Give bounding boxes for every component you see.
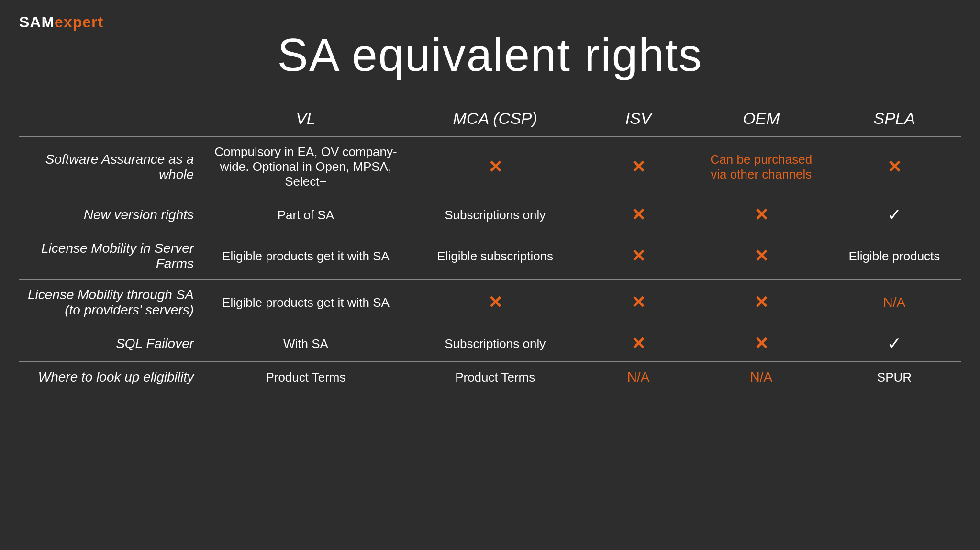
cell-5-spla: SPUR xyxy=(828,362,961,393)
row-label-2: License Mobility in Server Farms xyxy=(19,233,203,280)
x-icon: ✕ xyxy=(631,246,646,266)
cell-1-mca: Subscriptions only xyxy=(408,197,582,233)
logo: SAMexpert xyxy=(19,13,103,31)
x-icon: ✕ xyxy=(488,292,502,312)
cell-3-mca: ✕ xyxy=(408,280,582,326)
cell-0-mca: ✕ xyxy=(408,137,582,197)
row-label-1: New version rights xyxy=(19,197,203,233)
cell-4-mca: Subscriptions only xyxy=(408,326,582,362)
header-oem: OEM xyxy=(695,101,828,137)
cell-2-vl: Eligible products get it with SA xyxy=(203,233,408,280)
header-vl: VL xyxy=(203,101,408,137)
cell-0-oem: Can be purchased via other channels xyxy=(695,137,828,197)
row-label-4: SQL Failover xyxy=(19,326,203,362)
cell-3-oem: ✕ xyxy=(695,280,828,326)
logo-sam: SAM xyxy=(19,13,55,31)
x-icon: ✕ xyxy=(887,157,902,177)
cell-4-isv: ✕ xyxy=(582,326,695,362)
cell-4-vl: With SA xyxy=(203,326,408,362)
na-label: N/A xyxy=(627,370,650,384)
cell-0-spla: ✕ xyxy=(828,137,961,197)
cell-2-isv: ✕ xyxy=(582,233,695,280)
na-label: N/A xyxy=(750,370,773,384)
x-icon: ✕ xyxy=(754,292,768,312)
table-row: New version rightsPart of SASubscription… xyxy=(19,197,961,233)
table-container: VL MCA (CSP) ISV OEM SPLA Software Assur… xyxy=(19,101,961,393)
cell-5-vl: Product Terms xyxy=(203,362,408,393)
main-table: VL MCA (CSP) ISV OEM SPLA Software Assur… xyxy=(19,101,961,393)
cell-3-isv: ✕ xyxy=(582,280,695,326)
cell-1-isv: ✕ xyxy=(582,197,695,233)
cell-5-mca: Product Terms xyxy=(408,362,582,393)
table-row: License Mobility in Server FarmsEligible… xyxy=(19,233,961,280)
row-label-0: Software Assurance as a whole xyxy=(19,137,203,197)
cell-1-oem: ✕ xyxy=(695,197,828,233)
row-label-5: Where to look up eligibility xyxy=(19,362,203,393)
x-icon: ✕ xyxy=(754,334,768,353)
cell-2-spla: Eligible products xyxy=(828,233,961,280)
header-mca: MCA (CSP) xyxy=(408,101,582,137)
x-icon: ✕ xyxy=(631,205,646,224)
na-label: N/A xyxy=(883,295,906,310)
cell-4-oem: ✕ xyxy=(695,326,828,362)
cell-2-oem: ✕ xyxy=(695,233,828,280)
header-row: VL MCA (CSP) ISV OEM SPLA xyxy=(19,101,961,137)
header-label xyxy=(19,101,203,137)
cell-1-spla: ✓ xyxy=(828,197,961,233)
cell-1-vl: Part of SA xyxy=(203,197,408,233)
check-icon: ✓ xyxy=(887,205,902,224)
cell-2-mca: Eligible subscriptions xyxy=(408,233,582,280)
table-row: License Mobility through SA (to provider… xyxy=(19,280,961,326)
table-row: Where to look up eligibilityProduct Term… xyxy=(19,362,961,393)
header-spla: SPLA xyxy=(828,101,961,137)
header-isv: ISV xyxy=(582,101,695,137)
logo-expert: expert xyxy=(55,13,103,31)
cell-0-vl: Compulsory in EA, OV company-wide. Optio… xyxy=(203,137,408,197)
x-icon: ✕ xyxy=(631,157,646,177)
check-icon: ✓ xyxy=(887,334,902,353)
table-row: Software Assurance as a wholeCompulsory … xyxy=(19,137,961,197)
cell-5-oem: N/A xyxy=(695,362,828,393)
x-icon: ✕ xyxy=(754,246,768,266)
cell-3-vl: Eligible products get it with SA xyxy=(203,280,408,326)
x-icon: ✕ xyxy=(631,292,646,312)
cell-5-isv: N/A xyxy=(582,362,695,393)
row-label-3: License Mobility through SA (to provider… xyxy=(19,280,203,326)
x-icon: ✕ xyxy=(754,205,768,224)
cell-4-spla: ✓ xyxy=(828,326,961,362)
x-icon: ✕ xyxy=(631,334,646,353)
cell-3-spla: N/A xyxy=(828,280,961,326)
x-icon: ✕ xyxy=(488,157,502,177)
cell-0-isv: ✕ xyxy=(582,137,695,197)
page-title: SA equivalent rights xyxy=(0,0,980,101)
table-row: SQL FailoverWith SASubscriptions only✕✕✓ xyxy=(19,326,961,362)
